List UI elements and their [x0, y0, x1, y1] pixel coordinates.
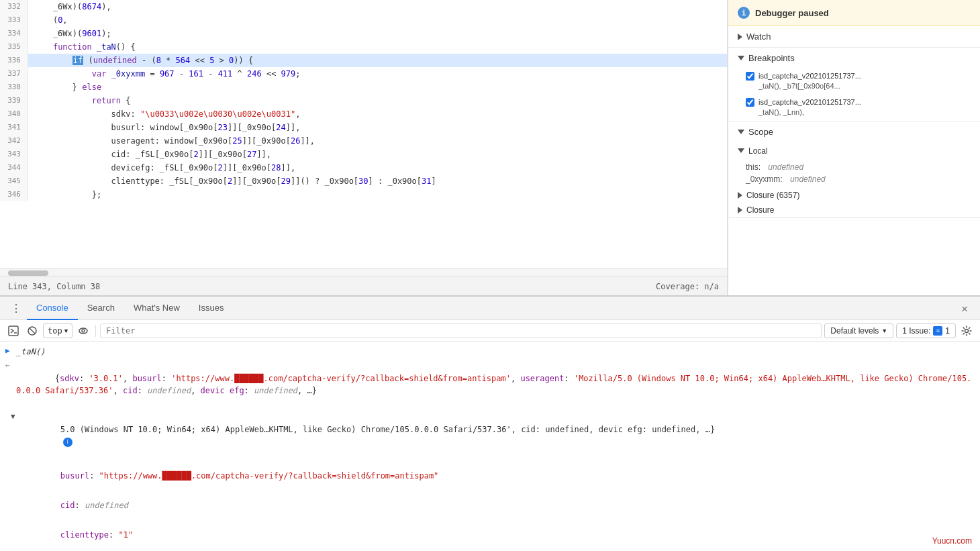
debugger-sidebar: i Debugger paused Watch Breakpoints isd_…	[728, 0, 980, 295]
settings-button[interactable]	[959, 323, 975, 339]
dropdown-arrow: ▼	[881, 328, 887, 334]
scope-key-this: this:	[746, 162, 761, 172]
status-bar: Line 343, Column 38 Coverage: n/a	[0, 277, 727, 295]
line-number: 346	[0, 188, 28, 201]
line-number: 341	[0, 121, 28, 134]
live-expressions-button[interactable]	[75, 323, 91, 339]
closure-label-1: Closure (6357)	[746, 191, 799, 200]
line-content: (0,	[28, 13, 727, 27]
debugger-paused-label: Debugger paused	[755, 8, 829, 18]
top-panel: 332 _6Wx)(8674), 333 (0, 334 _6Wx)(9601)…	[0, 0, 980, 296]
line-content: sdkv: "\u0033\u002e\u0030\u002e\u0031",	[28, 107, 727, 121]
issues-counter[interactable]: 1 Issue: ≡ 1	[896, 323, 956, 338]
filter-input[interactable]	[100, 323, 822, 338]
line-number: 334	[0, 27, 28, 40]
line-content: var _0xyxmm = 967 - 161 - 411 ^ 246 << 9…	[28, 67, 727, 81]
line-number: 335	[0, 40, 28, 54]
breakpoint-filename-2: isd_captcha_v202101251737...	[758, 97, 861, 107]
console-line-return: ← {sdkv: '3.0.1', busurl: 'https://www.█…	[0, 359, 980, 410]
cursor-position: Line 343, Column 38	[8, 282, 100, 291]
console-line-fn-call: ▶ _taN()	[0, 344, 980, 359]
horizontal-scrollbar[interactable]	[0, 268, 727, 277]
eye-icon	[78, 325, 89, 336]
line-number: 338	[0, 81, 28, 94]
line-number: 339	[0, 94, 28, 107]
svg-point-5	[82, 330, 85, 332]
local-label: Local	[748, 146, 768, 156]
table-row: 336 if (undefined - (8 * 564 << 5 > 0)) …	[0, 54, 727, 67]
context-selector[interactable]: top ▼	[43, 323, 72, 338]
collapse-icon	[738, 130, 744, 134]
table-row: 343 cid: _fSL[_0x90o[2]][_0x90o[27]],	[0, 148, 727, 161]
levels-label: Default levels	[830, 326, 879, 336]
execute-icon	[8, 325, 19, 336]
table-row: 334 _6Wx)(9601);	[0, 27, 727, 40]
watch-section: Watch	[728, 26, 980, 48]
closure-item-1[interactable]: Closure (6357)	[728, 188, 980, 203]
toolbar-separator	[95, 325, 96, 337]
breakpoints-section: Breakpoints isd_captcha_v202101251737...…	[728, 48, 980, 121]
table-row: 344 devicefg: _fSL[_0x90o[2]][_0x90o[28]…	[0, 161, 727, 174]
tab-console[interactable]: Console	[27, 297, 78, 320]
table-row: 332 _6Wx)(8674),	[0, 0, 727, 13]
expand-icon	[738, 34, 742, 40]
closure-item-2[interactable]: Closure	[728, 203, 980, 217]
expand-arrow-icon: ▼	[11, 411, 21, 423]
breakpoint-item-1: isd_captcha_v202101251737... _taN(), _b7…	[728, 68, 980, 95]
console-tabs: ⋮ Console Search What's New Issues ✕	[0, 297, 980, 320]
line-content: devicefg: _fSL[_0x90o[2]][_0x90o[28]],	[28, 161, 727, 174]
scope-items: this: undefined _0xyxmm: undefined	[728, 158, 980, 188]
log-levels-dropdown[interactable]: Default levels ▼	[824, 323, 893, 338]
scrollbar-thumb[interactable]	[8, 270, 48, 276]
line-content: };	[28, 188, 727, 201]
gear-icon	[961, 325, 972, 336]
tab-issues[interactable]: Issues	[189, 297, 234, 320]
table-row: 345 clienttype: _fSL[_0x90o[2]][_0x90o[2…	[0, 174, 727, 188]
dropdown-arrow: ▼	[64, 328, 68, 334]
line-content: clienttype: _fSL[_0x90o[2]][_0x90o[29]](…	[28, 174, 727, 188]
info-icon: i	[738, 7, 750, 19]
issues-count: 1	[945, 326, 950, 336]
console-prop-clienttype: clienttype: "1"	[0, 520, 980, 550]
table-row: 337 var _0xyxmm = 967 - 161 - 411 ^ 246 …	[0, 67, 727, 81]
scope-key-0xyxmm: _0xyxmm:	[746, 174, 783, 184]
watch-section-header[interactable]: Watch	[728, 26, 980, 47]
line-content: busurl: window[_0x90o[23]][_0x90o[24]],	[28, 121, 727, 134]
breakpoint-item-2: isd_captcha_v202101251737... _taN(), _Ln…	[728, 95, 980, 121]
breakpoints-section-header[interactable]: Breakpoints	[728, 48, 980, 68]
line-number: 340	[0, 107, 28, 121]
console-text: cid: undefined	[21, 491, 975, 519]
close-panel-button[interactable]: ✕	[954, 297, 975, 320]
local-scope-header[interactable]: Local	[728, 142, 980, 158]
more-options-icon[interactable]: ⋮	[5, 302, 27, 315]
coverage-status: Coverage: n/a	[656, 282, 719, 291]
line-number: 332	[0, 0, 28, 13]
execute-button[interactable]	[5, 323, 21, 339]
code-lines: 332 _6Wx)(8674), 333 (0, 334 _6Wx)(9601)…	[0, 0, 727, 201]
console-output[interactable]: ▶ _taN() ← {sdkv: '3.0.1', busurl: 'http…	[0, 342, 980, 551]
line-number: 337	[0, 67, 28, 81]
breakpoint-checkbox-2[interactable]	[746, 98, 754, 107]
table-row: 340 sdkv: "\u0033\u002e\u0030\u002e\u003…	[0, 107, 727, 121]
table-row: 333 (0,	[0, 13, 727, 27]
watermark: Yuucn.com	[932, 536, 972, 546]
tab-whatsnew-label: What's New	[134, 303, 180, 313]
scope-label: Scope	[748, 127, 773, 137]
debugger-paused-banner: i Debugger paused	[728, 0, 980, 26]
tab-search[interactable]: Search	[78, 297, 124, 320]
info-badge[interactable]: i	[63, 438, 72, 447]
scope-section-header[interactable]: Scope	[728, 121, 980, 142]
console-line-expand: ▼ 5.0 (Windows NT 10.0; Win64; x64) Appl…	[0, 410, 980, 461]
issue-icon: ≡	[933, 326, 942, 336]
scope-item-0xyxmm: _0xyxmm: undefined	[746, 173, 971, 185]
console-prop-cid: cid: undefined	[0, 491, 980, 520]
tab-whatsnew[interactable]: What's New	[124, 297, 189, 320]
breakpoint-text-2: isd_captcha_v202101251737... _taN(), _Ln…	[758, 97, 861, 118]
svg-point-4	[79, 328, 87, 334]
right-arrow-icon: ▶	[5, 346, 16, 357]
breakpoint-checkbox-1[interactable]	[746, 72, 754, 81]
breakpoint-detail-2: _taN(), _Lnn),	[758, 108, 804, 116]
clear-console-button[interactable]	[24, 323, 40, 339]
code-scroll-area[interactable]: 332 _6Wx)(8674), 333 (0, 334 _6Wx)(9601)…	[0, 0, 727, 268]
table-row: 341 busurl: window[_0x90o[23]][_0x90o[24…	[0, 121, 727, 134]
